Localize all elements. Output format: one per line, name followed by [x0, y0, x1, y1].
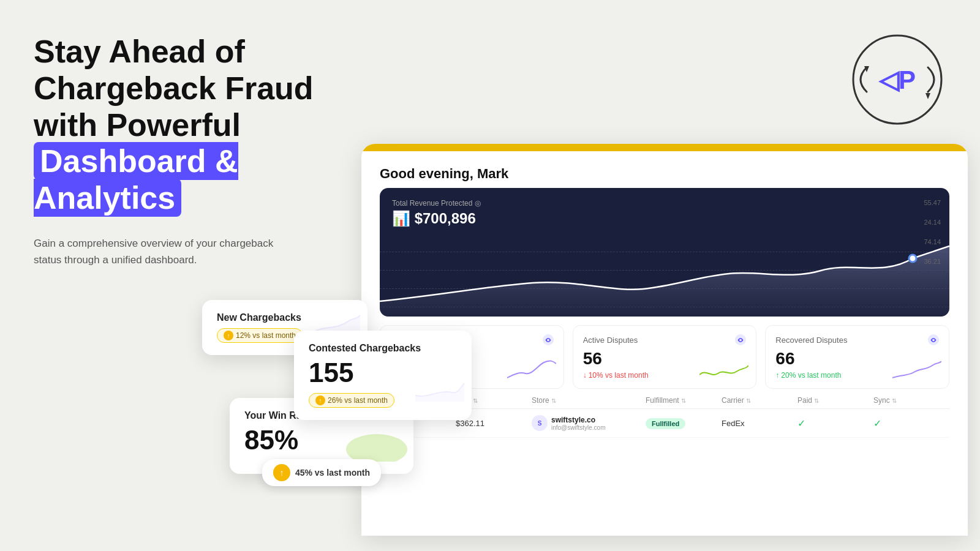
chart-value: 📊 $700,896: [392, 210, 937, 227]
th-store: Store ⇅: [532, 396, 646, 405]
y-label-1: 55.47: [924, 199, 941, 206]
float-card-contested-chargebacks: Contested Chargebacks 155 ↑ 26% vs last …: [294, 331, 472, 420]
contested-curve: [415, 377, 464, 402]
th-fulfillment: Fulfillment ⇅: [646, 396, 722, 405]
open-disputes-eye-icon[interactable]: [543, 334, 554, 345]
hero-section: Stay Ahead of Chargeback Fraud with Powe…: [34, 34, 377, 268]
th-paid: Paid ⇅: [797, 396, 873, 405]
headline-highlight: Dashboard & Analytics: [34, 142, 238, 217]
active-disputes-label: Active Disputes: [583, 335, 638, 345]
dashboard-topbar: [361, 144, 968, 151]
logo-arrows-svg: ◁P: [848, 31, 946, 129]
revenue-chart-area: Total Revenue Protected ◎ 📊 $700,896: [380, 188, 949, 317]
recovered-disputes-label: Recovered Disputes: [775, 335, 847, 345]
trend-down-arrow: ↓: [583, 371, 587, 380]
win-rate-bg-shape: [346, 425, 407, 462]
th-carrier: Carrier ⇅: [722, 396, 797, 405]
chart-y-labels: 55.47 24.14 74.14 36.21: [924, 199, 941, 265]
svg-text:◁P: ◁P: [878, 66, 916, 94]
y-label-4: 36.21: [924, 258, 941, 265]
chart-label: Total Revenue Protected ◎: [392, 199, 937, 208]
headline: Stay Ahead of Chargeback Fraud with Powe…: [34, 34, 377, 217]
store-email: info@swiftstyle.com: [551, 424, 606, 431]
logo-area: ◁P: [848, 31, 946, 131]
store-info: swiftstyle.co info@swiftstyle.com: [551, 416, 606, 431]
svg-point-4: [909, 255, 916, 262]
recovered-disputes-sparkline: [892, 356, 941, 381]
svg-point-5: [346, 434, 407, 462]
fulfillment-badge: Fullfilled: [646, 418, 685, 429]
td-carrier: FedEx: [722, 419, 797, 428]
td-paid: ✓: [797, 418, 873, 429]
contested-chargebacks-badge: ↑ 26% vs last month: [309, 393, 394, 408]
contested-chargebacks-title: Contested Chargebacks: [309, 343, 457, 354]
headline-line1: Stay Ahead of Chargeback Fraud: [34, 34, 314, 106]
chart-svg: [380, 228, 949, 317]
open-disputes-sparkline: [507, 356, 556, 381]
stat-card-recovered-disputes: Recovered Disputes 66 ↑ 20% vs last mont…: [765, 325, 949, 389]
win-rate-bottom-badge: ↑ 45% vs last month: [262, 459, 381, 486]
headline-line2-prefix: with Powerful: [34, 107, 241, 143]
y-label-2: 24.14: [924, 219, 941, 226]
td-total: $362.11: [456, 419, 532, 428]
th-sync: Sync ⇅: [873, 396, 949, 405]
win-rate-badge-arrow-icon: ↑: [273, 464, 290, 481]
hero-subtext: Gain a comprehensive overview of your ch…: [34, 235, 297, 268]
svg-marker-2: [925, 93, 930, 99]
dashboard-greeting: Good evening, Mark: [361, 151, 968, 188]
paid-check-icon: ✓: [797, 418, 805, 429]
sync-check-icon: ✓: [873, 418, 881, 429]
recovered-disputes-eye-icon[interactable]: [928, 334, 939, 345]
active-disputes-eye-icon[interactable]: [735, 334, 746, 345]
td-fulfillment: Fullfilled: [646, 419, 722, 428]
new-chargebacks-badge: ↑ 12% vs last month: [217, 328, 303, 343]
recovered-trend-arrow: ↑: [775, 371, 779, 380]
y-label-3: 74.14: [924, 238, 941, 246]
new-chargebacks-badge-arrow: ↑: [224, 331, 233, 340]
td-sync: ✓: [873, 418, 949, 429]
chart-icon: 📊: [392, 210, 410, 227]
stat-card-active-disputes: Active Disputes 56 ↓ 10% vs last month: [573, 325, 757, 389]
active-disputes-sparkline: [699, 356, 748, 381]
contested-badge-arrow: ↑: [315, 395, 325, 405]
store-avatar: S: [532, 415, 548, 431]
store-name: swiftstyle.co: [551, 416, 606, 424]
td-store: S swiftstyle.co info@swiftstyle.com: [532, 415, 646, 431]
